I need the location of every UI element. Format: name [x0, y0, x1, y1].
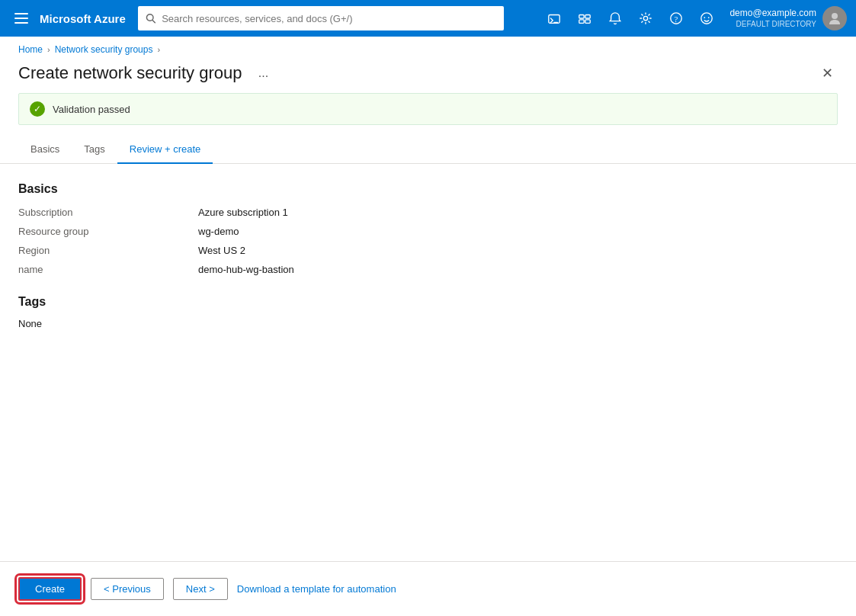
svg-rect-5 [549, 15, 559, 24]
subscription-label: Subscription [18, 205, 186, 220]
bell-icon [608, 11, 622, 25]
topbar: Microsoft Azure [0, 0, 856, 37]
search-box[interactable] [138, 6, 504, 30]
cloud-shell-button[interactable] [540, 5, 568, 32]
svg-text:?: ? [675, 14, 678, 24]
breadcrumb-section[interactable]: Network security groups [55, 44, 153, 55]
tab-tags[interactable]: Tags [72, 137, 117, 164]
close-icon: ✕ [822, 65, 833, 82]
topbar-icons: ? demo@example.com DEFAULT DIRECTORY [540, 5, 847, 32]
region-value: West US 2 [198, 243, 838, 258]
tab-review-create[interactable]: Review + create [117, 137, 213, 164]
subscription-value: Azure subscription 1 [198, 205, 838, 220]
next-button[interactable]: Next > [173, 578, 228, 600]
hamburger-button[interactable] [9, 6, 34, 30]
svg-point-11 [644, 16, 648, 20]
tabs: Basics Tags Review + create [0, 137, 856, 164]
gear-icon [639, 11, 652, 25]
basics-section-title: Basics [18, 182, 838, 196]
svg-rect-8 [585, 15, 590, 19]
brand-logo: Microsoft Azure [40, 12, 126, 25]
validation-message: Validation passed [53, 104, 130, 115]
notifications-button[interactable] [601, 5, 629, 32]
breadcrumb-sep-1: › [47, 45, 50, 54]
page-header-actions: ... [252, 63, 274, 84]
tab-basics[interactable]: Basics [18, 137, 72, 164]
page-title: Create network security group [18, 63, 242, 83]
cloud-shell-icon [547, 11, 561, 25]
footer-bar: Create < Previous Next > Download a temp… [0, 561, 856, 616]
close-button[interactable]: ✕ [816, 63, 838, 84]
directory-button[interactable] [571, 5, 598, 32]
breadcrumb-home[interactable]: Home [18, 44, 43, 55]
svg-rect-7 [579, 15, 584, 19]
validation-banner: ✓ Validation passed [18, 93, 838, 125]
page-header: Create network security group ... ✕ [0, 59, 856, 93]
more-options-button[interactable]: ... [252, 63, 274, 84]
region-label: Region [18, 243, 186, 258]
previous-button[interactable]: < Previous [91, 578, 164, 600]
svg-line-4 [152, 20, 155, 22]
settings-button[interactable] [632, 5, 659, 32]
help-button[interactable]: ? [662, 5, 690, 32]
avatar [822, 6, 847, 30]
svg-rect-2 [14, 22, 28, 24]
basics-section: Basics Subscription Azure subscription 1… [18, 182, 838, 277]
tags-section-title: Tags [18, 295, 838, 309]
create-button[interactable]: Create [18, 577, 82, 601]
name-label: name [18, 262, 186, 277]
svg-point-17 [832, 13, 838, 19]
search-input[interactable] [162, 13, 496, 24]
check-icon: ✓ [30, 101, 45, 117]
svg-point-16 [708, 17, 710, 18]
tags-section: Tags None [18, 295, 838, 329]
svg-rect-0 [14, 13, 28, 14]
user-email: demo@example.com [729, 8, 816, 20]
content-area: Home › Network security groups › Create … [0, 37, 856, 616]
svg-rect-9 [579, 20, 584, 24]
resource-group-value: wg-demo [198, 224, 838, 239]
svg-point-15 [704, 17, 706, 18]
breadcrumb-sep-2: › [157, 45, 160, 54]
tags-value: None [18, 318, 838, 329]
resource-group-label: Resource group [18, 224, 186, 239]
main-content: Basics Subscription Azure subscription 1… [0, 164, 856, 616]
svg-rect-1 [14, 18, 28, 19]
user-avatar-icon [827, 11, 842, 26]
user-directory: DEFAULT DIRECTORY [729, 19, 816, 29]
help-icon: ? [669, 11, 683, 25]
name-value: demo-hub-wg-bastion [198, 262, 838, 277]
basics-info-grid: Subscription Azure subscription 1 Resour… [18, 205, 838, 277]
feedback-button[interactable] [693, 5, 720, 32]
svg-point-14 [701, 13, 712, 24]
search-icon [146, 13, 155, 24]
user-info: demo@example.com DEFAULT DIRECTORY [729, 8, 816, 30]
svg-rect-10 [585, 20, 590, 24]
user-menu[interactable]: demo@example.com DEFAULT DIRECTORY [729, 6, 847, 30]
directory-icon [578, 11, 592, 25]
breadcrumb: Home › Network security groups › [0, 37, 856, 59]
download-template-button[interactable]: Download a template for automation [237, 583, 396, 595]
feedback-icon [700, 11, 713, 25]
